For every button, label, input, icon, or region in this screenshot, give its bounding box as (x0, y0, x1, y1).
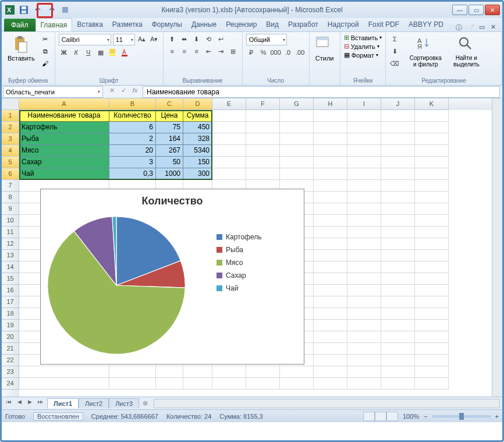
embedded-chart[interactable]: Количество КартофельРыбаМясоСахарЧай (40, 189, 304, 365)
cell-K12[interactable] (415, 238, 449, 250)
cell-J11[interactable] (381, 227, 415, 238)
cell-K15[interactable] (415, 273, 449, 285)
cell-J6[interactable] (381, 168, 415, 180)
align-middle-icon[interactable]: ⬌ (179, 34, 190, 44)
cell-K17[interactable] (415, 296, 449, 308)
cell-I15[interactable] (347, 273, 381, 285)
cell-F2[interactable] (246, 122, 280, 133)
ribbon-tab-3[interactable]: Формулы (147, 18, 187, 31)
cell-B6[interactable]: 0,3 (109, 168, 156, 180)
cell-C3[interactable]: 164 (156, 133, 183, 145)
cell-J18[interactable] (381, 308, 415, 320)
delete-cells-button[interactable]: ⊟Удалить▾ (344, 43, 379, 50)
cell-F4[interactable] (246, 145, 280, 157)
cell-H8[interactable] (314, 192, 347, 203)
cell-J4[interactable] (381, 145, 415, 157)
cell-G6[interactable] (280, 168, 314, 180)
cell-C2[interactable]: 75 (156, 122, 183, 133)
cell-J12[interactable] (381, 238, 415, 250)
cell-A6[interactable]: Чай (19, 168, 109, 180)
cell-H3[interactable] (314, 133, 347, 145)
cell-I14[interactable] (347, 261, 381, 273)
cell-H14[interactable] (314, 261, 347, 273)
comma-icon[interactable]: 000 (271, 47, 281, 58)
sort-filter-button[interactable]: AЯ Сортировка и фильтр (406, 34, 445, 69)
cell-I3[interactable] (347, 133, 381, 145)
wrap-text-icon[interactable]: ↩ (216, 34, 226, 44)
cell-H7[interactable] (314, 180, 347, 192)
row-header-10[interactable]: 10 (2, 215, 19, 227)
row-header-13[interactable]: 13 (2, 250, 19, 261)
cell-K4[interactable] (415, 145, 449, 157)
row-header-5[interactable]: 5 (2, 157, 19, 168)
cell-G24[interactable] (280, 378, 314, 390)
cell-E23[interactable] (212, 366, 246, 378)
qat-more-icon[interactable] (60, 4, 72, 16)
window-restore-icon[interactable]: ▭ (479, 23, 487, 31)
align-right-icon[interactable]: ≡ (191, 46, 202, 56)
cell-I12[interactable] (347, 238, 381, 250)
font-size-combo[interactable]: 11 (113, 34, 135, 45)
increase-indent-icon[interactable]: ⇥ (216, 46, 226, 56)
cell-G4[interactable] (280, 145, 314, 157)
row-header-24[interactable]: 24 (2, 378, 19, 390)
cell-I19[interactable] (347, 320, 381, 331)
cell-J15[interactable] (381, 273, 415, 285)
cell-J16[interactable] (381, 285, 415, 296)
cell-A2[interactable]: Картофель (19, 122, 109, 133)
undo-icon[interactable] (32, 4, 44, 16)
underline-icon[interactable]: Ч (83, 47, 94, 58)
cut-icon[interactable]: ✂ (40, 34, 51, 44)
cell-I21[interactable] (347, 343, 381, 355)
decrease-decimal-icon[interactable]: .00 (295, 47, 306, 58)
cell-A1[interactable]: Наименование товара (19, 110, 109, 122)
increase-font-icon[interactable]: A▴ (137, 34, 147, 44)
view-buttons[interactable] (363, 412, 398, 421)
row-header-12[interactable]: 12 (2, 238, 19, 250)
ribbon-tab-4[interactable]: Данные (187, 18, 221, 31)
cell-I11[interactable] (347, 227, 381, 238)
cell-J17[interactable] (381, 296, 415, 308)
ribbon-tab-7[interactable]: Разработ (283, 18, 323, 31)
cell-I5[interactable] (347, 157, 381, 168)
cell-I9[interactable] (347, 203, 381, 215)
cell-C23[interactable] (156, 366, 183, 378)
col-header-J[interactable]: J (381, 98, 415, 110)
cell-A3[interactable]: Рыба (19, 133, 109, 145)
ribbon-tab-6[interactable]: Вид (261, 18, 283, 31)
cell-F24[interactable] (246, 378, 280, 390)
cell-K6[interactable] (415, 168, 449, 180)
cell-H18[interactable] (314, 308, 347, 320)
col-header-K[interactable]: K (415, 98, 449, 110)
cell-F5[interactable] (246, 157, 280, 168)
cell-H21[interactable] (314, 343, 347, 355)
cell-A5[interactable]: Сахар (19, 157, 109, 168)
cell-J20[interactable] (381, 331, 415, 343)
format-cells-button[interactable]: ▦Формат▾ (344, 51, 378, 59)
cell-J2[interactable] (381, 122, 415, 133)
cell-K18[interactable] (415, 308, 449, 320)
find-select-button[interactable]: Найти и выделить (448, 34, 485, 69)
cell-H1[interactable] (314, 110, 347, 122)
cell-B1[interactable]: Количество (109, 110, 156, 122)
col-header-E[interactable]: E (212, 98, 246, 110)
insert-cells-button[interactable]: ⊞Вставить▾ (344, 34, 382, 41)
paste-button[interactable]: Вставить (5, 34, 37, 63)
cell-K20[interactable] (415, 331, 449, 343)
cell-K7[interactable] (415, 180, 449, 192)
name-box[interactable]: Область_печати▾ (3, 86, 103, 98)
row-header-3[interactable]: 3 (2, 133, 19, 145)
cell-I24[interactable] (347, 378, 381, 390)
border-icon[interactable]: ▦ (95, 47, 106, 58)
cell-C6[interactable]: 1000 (156, 168, 183, 180)
font-color-icon[interactable]: A (120, 47, 130, 58)
col-header-D[interactable]: D (183, 98, 212, 110)
cell-I23[interactable] (347, 366, 381, 378)
cell-G1[interactable] (280, 110, 314, 122)
align-center-icon[interactable]: ≡ (179, 46, 190, 56)
increase-decimal-icon[interactable]: .0 (283, 47, 293, 58)
maximize-button[interactable]: ▭ (468, 5, 484, 15)
first-sheet-icon[interactable]: ⏮ (4, 399, 13, 408)
bold-icon[interactable]: Ж (59, 47, 69, 58)
cell-J7[interactable] (381, 180, 415, 192)
